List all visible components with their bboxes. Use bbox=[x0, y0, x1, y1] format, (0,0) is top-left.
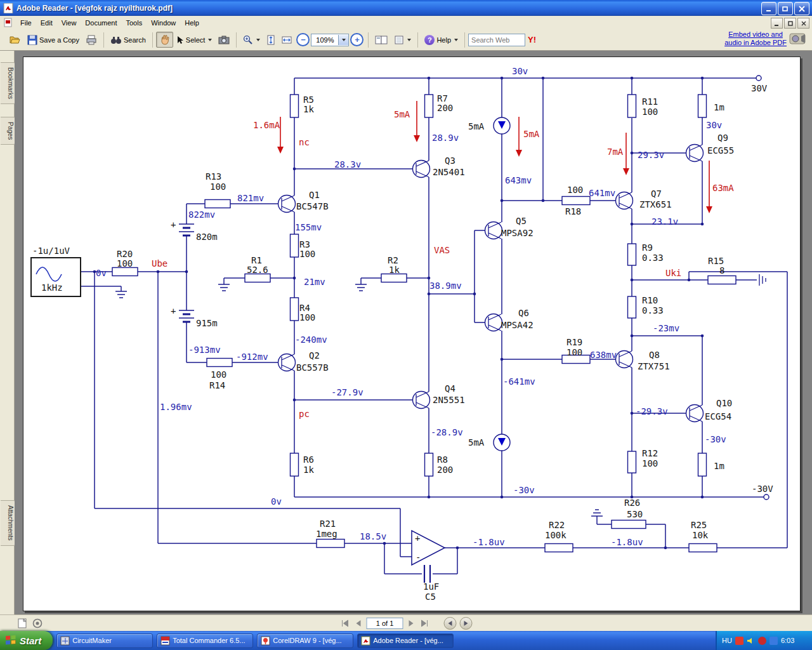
svg-text:R5: R5 bbox=[303, 95, 314, 105]
page-layout-button[interactable] bbox=[391, 32, 414, 48]
first-page-button[interactable] bbox=[340, 618, 350, 628]
search-web-input[interactable] bbox=[468, 34, 525, 46]
sidebar-tab-attachments[interactable]: Attachments bbox=[1, 500, 16, 546]
zoom-in-button[interactable]: + bbox=[350, 33, 363, 46]
svg-text:5mA: 5mA bbox=[394, 109, 410, 119]
svg-text:100: 100 bbox=[299, 249, 315, 259]
svg-text:100: 100 bbox=[566, 347, 582, 357]
mdi-close-button[interactable] bbox=[797, 18, 809, 29]
fit-width-button[interactable] bbox=[278, 32, 295, 48]
taskbar-item-total-commander[interactable]: Total Commander 6.5... bbox=[157, 633, 253, 648]
svg-text:1k: 1k bbox=[389, 265, 400, 275]
hand-tool-button[interactable] bbox=[156, 32, 173, 48]
previous-view-button[interactable] bbox=[444, 617, 457, 630]
svg-text:2N5401: 2N5401 bbox=[433, 167, 465, 177]
mdi-minimize-button[interactable] bbox=[771, 18, 783, 29]
svg-text:-27.9v: -27.9v bbox=[331, 387, 363, 397]
embed-link-line2: audio in Adobe PDF bbox=[724, 39, 787, 47]
open-button[interactable] bbox=[6, 32, 24, 47]
document-area: 30v30VR51k1.6mAncR72005mA28.9v5mA5mAR111… bbox=[15, 51, 801, 614]
svg-text:-1.8uv: -1.8uv bbox=[473, 537, 505, 547]
task-label: Total Commander 6.5... bbox=[173, 637, 245, 644]
taskbar-item-coreldraw[interactable]: CorelDRAW 9 - [vég... bbox=[257, 633, 353, 648]
coreldraw-icon bbox=[261, 636, 270, 646]
media-emblem-icon bbox=[789, 31, 808, 46]
toolbar-separator bbox=[152, 32, 153, 48]
menu-item-tools[interactable]: Tools bbox=[122, 17, 147, 29]
svg-text:100: 100 bbox=[642, 458, 658, 468]
attachments-tab-label: Attachments bbox=[7, 505, 14, 541]
help-button[interactable]: ? Help bbox=[421, 32, 461, 48]
last-page-button[interactable] bbox=[420, 618, 430, 628]
open-folder-icon bbox=[10, 35, 21, 44]
fit-page-button[interactable] bbox=[263, 32, 278, 48]
search-label: Search bbox=[124, 36, 146, 44]
tray-icon-blue[interactable] bbox=[769, 637, 778, 645]
svg-text:1kHz: 1kHz bbox=[41, 282, 63, 293]
restore-button[interactable] bbox=[778, 2, 793, 15]
next-page-button[interactable] bbox=[407, 618, 417, 628]
pdf-page[interactable]: 30v30VR51k1.6mAncR72005mA28.9v5mA5mAR111… bbox=[23, 56, 801, 611]
svg-text:29.3v: 29.3v bbox=[638, 150, 664, 160]
zoom-out-button[interactable]: − bbox=[296, 33, 310, 46]
mdi-restore-button[interactable] bbox=[784, 18, 796, 29]
taskbar-item-circuitmaker[interactable]: CircuitMaker bbox=[56, 633, 153, 648]
chevron-down-icon bbox=[208, 39, 212, 41]
svg-text:28.3v: 28.3v bbox=[334, 159, 361, 169]
page-indicator[interactable]: 1 of 1 bbox=[367, 618, 403, 629]
sidebar-tab-pages[interactable]: Pages bbox=[1, 117, 16, 145]
svg-text:100: 100 bbox=[642, 107, 658, 117]
print-button[interactable] bbox=[82, 32, 100, 48]
svg-text:-: - bbox=[416, 552, 421, 562]
svg-text:0v: 0v bbox=[271, 496, 282, 507]
toolbar-separator bbox=[368, 32, 369, 48]
snapshot-tool-button[interactable] bbox=[215, 33, 233, 47]
svg-text:Q7: Q7 bbox=[651, 189, 662, 199]
svg-text:820m: 820m bbox=[196, 232, 218, 242]
minimize-button[interactable] bbox=[761, 2, 776, 15]
zoom-tool-button[interactable] bbox=[240, 32, 263, 48]
tray-icon-red[interactable] bbox=[735, 637, 743, 645]
close-button[interactable] bbox=[794, 2, 809, 15]
volume-icon[interactable] bbox=[747, 637, 755, 645]
svg-text:-28.9v: -28.9v bbox=[431, 427, 463, 437]
menu-item-view[interactable]: View bbox=[57, 17, 81, 29]
zoom-level-combo[interactable]: 109% bbox=[311, 34, 349, 46]
menu-item-help[interactable]: Help bbox=[180, 17, 204, 29]
svg-text:5mA: 5mA bbox=[523, 129, 540, 139]
menu-item-window[interactable]: Window bbox=[147, 17, 180, 29]
svg-text:R13: R13 bbox=[206, 171, 221, 182]
taskbar-item-adobe-reader[interactable]: Adobe Reader - [vég... bbox=[357, 633, 454, 648]
yahoo-icon[interactable]: Y! bbox=[528, 35, 536, 44]
page-size-icon[interactable] bbox=[16, 618, 28, 629]
previous-page-button[interactable] bbox=[353, 618, 363, 628]
search-button[interactable]: Search bbox=[107, 33, 149, 47]
svg-text:1uF: 1uF bbox=[423, 581, 439, 592]
embed-video-link[interactable]: Embed video and audio in Adobe PDF bbox=[724, 30, 808, 47]
svg-text:100: 100 bbox=[117, 258, 133, 269]
svg-text:-912mv: -912mv bbox=[236, 352, 268, 362]
svg-text:MPSA42: MPSA42 bbox=[501, 320, 534, 330]
status-info-icon[interactable] bbox=[32, 618, 43, 629]
menu-item-file[interactable]: File bbox=[16, 17, 36, 29]
camera-icon bbox=[218, 36, 230, 44]
svg-text:ZTX651: ZTX651 bbox=[639, 199, 672, 209]
page-display-button[interactable] bbox=[372, 32, 391, 48]
clock[interactable]: 6:03 bbox=[781, 637, 794, 644]
tray-icon-round-red[interactable] bbox=[758, 637, 766, 645]
menu-item-edit[interactable]: Edit bbox=[36, 17, 57, 29]
svg-text:-641mv: -641mv bbox=[503, 376, 535, 387]
svg-text:638mv: 638mv bbox=[590, 350, 617, 360]
save-a-copy-button[interactable]: Save a Copy bbox=[24, 32, 82, 48]
menu-item-document[interactable]: Document bbox=[81, 17, 121, 29]
zoom-combo-arrow[interactable] bbox=[338, 35, 348, 45]
next-view-button[interactable] bbox=[460, 617, 473, 630]
select-tool-button[interactable]: Select bbox=[173, 33, 216, 47]
svg-text:R18: R18 bbox=[565, 206, 581, 216]
svg-text:R22: R22 bbox=[549, 520, 565, 530]
start-button[interactable]: Start bbox=[0, 631, 53, 650]
svg-text:R14: R14 bbox=[209, 380, 225, 390]
sidebar-tab-bookmarks[interactable]: Bookmarks bbox=[1, 62, 16, 104]
svg-text:-29.3v: -29.3v bbox=[636, 406, 668, 416]
keyboard-layout-indicator[interactable]: HU bbox=[722, 637, 732, 644]
